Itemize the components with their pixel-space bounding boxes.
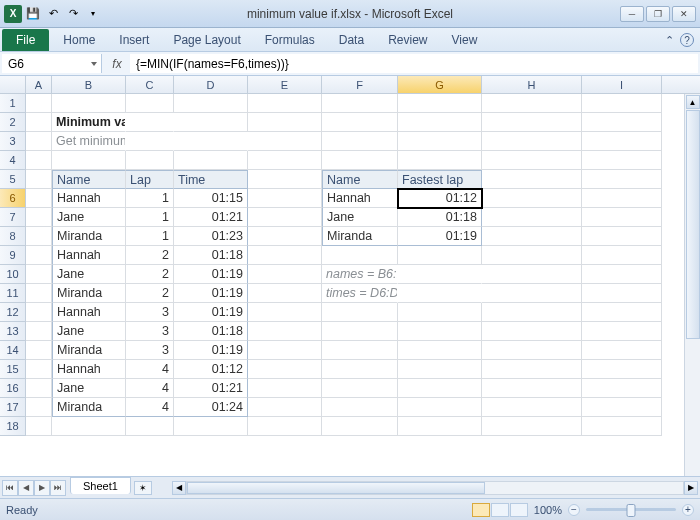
row-header[interactable]: 3 bbox=[0, 132, 26, 151]
cell[interactable] bbox=[26, 303, 52, 322]
cell[interactable]: 3 bbox=[126, 322, 174, 341]
minimize-button[interactable]: ─ bbox=[620, 6, 644, 22]
cell[interactable] bbox=[582, 170, 662, 189]
cell[interactable]: 01:21 bbox=[174, 379, 248, 398]
cell[interactable] bbox=[582, 417, 662, 436]
cell[interactable] bbox=[322, 94, 398, 113]
cell[interactable]: Fastest lap bbox=[398, 170, 482, 189]
cell[interactable] bbox=[26, 360, 52, 379]
cell[interactable] bbox=[248, 246, 322, 265]
cell[interactable]: Miranda bbox=[52, 398, 126, 417]
col-header[interactable]: B bbox=[52, 76, 126, 93]
cell[interactable] bbox=[322, 151, 398, 170]
cell[interactable]: Jane bbox=[52, 322, 126, 341]
save-icon[interactable]: 💾 bbox=[24, 5, 42, 23]
zoom-in-icon[interactable]: + bbox=[682, 504, 694, 516]
cell[interactable]: 01:18 bbox=[174, 322, 248, 341]
view-page-layout-icon[interactable] bbox=[491, 503, 509, 517]
cell[interactable]: 01:18 bbox=[398, 208, 482, 227]
cell[interactable]: 4 bbox=[126, 379, 174, 398]
cell[interactable] bbox=[248, 208, 322, 227]
cell[interactable] bbox=[482, 303, 582, 322]
cell[interactable] bbox=[582, 284, 662, 303]
tab-home[interactable]: Home bbox=[51, 29, 107, 51]
cell[interactable]: 01:19 bbox=[174, 303, 248, 322]
cell[interactable] bbox=[482, 360, 582, 379]
col-header[interactable]: I bbox=[582, 76, 662, 93]
cell[interactable] bbox=[26, 189, 52, 208]
ribbon-minimize-icon[interactable]: ⌃ bbox=[665, 34, 674, 47]
cell[interactable]: 01:23 bbox=[174, 227, 248, 246]
cell[interactable]: 01:24 bbox=[174, 398, 248, 417]
tab-review[interactable]: Review bbox=[376, 29, 439, 51]
cell[interactable] bbox=[248, 227, 322, 246]
row-header[interactable]: 16 bbox=[0, 379, 26, 398]
cell[interactable] bbox=[322, 322, 398, 341]
cell[interactable] bbox=[174, 417, 248, 436]
cell[interactable] bbox=[398, 151, 482, 170]
cell[interactable]: Name bbox=[322, 170, 398, 189]
cell[interactable]: Miranda bbox=[52, 284, 126, 303]
horizontal-scrollbar[interactable] bbox=[186, 481, 684, 495]
cell[interactable] bbox=[398, 379, 482, 398]
sheet-nav-next-icon[interactable]: ▶ bbox=[34, 480, 50, 496]
cell[interactable] bbox=[582, 94, 662, 113]
cell[interactable]: 2 bbox=[126, 265, 174, 284]
cell[interactable]: Hannah bbox=[52, 246, 126, 265]
tab-insert[interactable]: Insert bbox=[107, 29, 161, 51]
cell[interactable]: Get minimum if criteria matches bbox=[52, 132, 126, 151]
cell[interactable]: 01:19 bbox=[398, 227, 482, 246]
cell[interactable]: Hannah bbox=[52, 360, 126, 379]
cell[interactable] bbox=[582, 189, 662, 208]
cell[interactable] bbox=[248, 398, 322, 417]
col-header[interactable]: E bbox=[248, 76, 322, 93]
cell[interactable] bbox=[582, 265, 662, 284]
cell[interactable]: 3 bbox=[126, 303, 174, 322]
cell[interactable] bbox=[26, 246, 52, 265]
cell[interactable]: names = B6:B17 bbox=[322, 265, 398, 284]
cell[interactable] bbox=[248, 94, 322, 113]
cell[interactable] bbox=[482, 246, 582, 265]
select-all-corner[interactable] bbox=[0, 76, 26, 93]
row-header[interactable]: 11 bbox=[0, 284, 26, 303]
tab-page-layout[interactable]: Page Layout bbox=[161, 29, 252, 51]
row-header[interactable]: 2 bbox=[0, 113, 26, 132]
cell[interactable]: Jane bbox=[322, 208, 398, 227]
redo-icon[interactable]: ↷ bbox=[64, 5, 82, 23]
cell[interactable] bbox=[126, 132, 174, 151]
cell[interactable]: Miranda bbox=[52, 341, 126, 360]
add-sheet-icon[interactable]: ✶ bbox=[134, 481, 152, 495]
cell[interactable] bbox=[482, 227, 582, 246]
sheet-nav-first-icon[interactable]: ⏮ bbox=[2, 480, 18, 496]
cell[interactable] bbox=[174, 113, 248, 132]
cell[interactable] bbox=[582, 360, 662, 379]
cell[interactable] bbox=[126, 113, 174, 132]
view-page-break-icon[interactable] bbox=[510, 503, 528, 517]
cell[interactable]: Jane bbox=[52, 208, 126, 227]
cell[interactable]: 4 bbox=[126, 398, 174, 417]
help-icon[interactable]: ? bbox=[680, 33, 694, 47]
cell[interactable] bbox=[248, 341, 322, 360]
cell[interactable]: 01:15 bbox=[174, 189, 248, 208]
cell[interactable]: times = D6:D17 bbox=[322, 284, 398, 303]
cell[interactable] bbox=[398, 303, 482, 322]
qat-dropdown-icon[interactable]: ▾ bbox=[84, 5, 102, 23]
cell[interactable]: 1 bbox=[126, 189, 174, 208]
cell[interactable]: Hannah bbox=[322, 189, 398, 208]
row-header[interactable]: 12 bbox=[0, 303, 26, 322]
cell[interactable]: 4 bbox=[126, 360, 174, 379]
cell[interactable] bbox=[398, 284, 482, 303]
tab-formulas[interactable]: Formulas bbox=[253, 29, 327, 51]
cell[interactable] bbox=[582, 303, 662, 322]
cell[interactable] bbox=[126, 94, 174, 113]
col-header[interactable]: F bbox=[322, 76, 398, 93]
cell[interactable] bbox=[248, 132, 322, 151]
cell[interactable] bbox=[26, 265, 52, 284]
cell[interactable]: Jane bbox=[52, 265, 126, 284]
row-header[interactable]: 14 bbox=[0, 341, 26, 360]
col-header[interactable]: C bbox=[126, 76, 174, 93]
cell[interactable] bbox=[26, 227, 52, 246]
cell[interactable]: 2 bbox=[126, 246, 174, 265]
sheet-nav-prev-icon[interactable]: ◀ bbox=[18, 480, 34, 496]
cell[interactable] bbox=[482, 417, 582, 436]
